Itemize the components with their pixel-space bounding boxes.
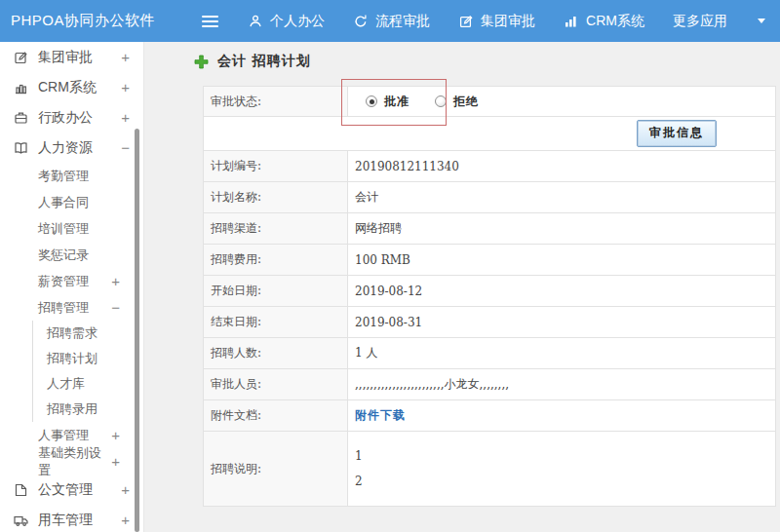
field-label: 附件文档: [204,400,348,432]
nav-item-process-approval[interactable]: 流程审批 [353,13,430,30]
menu-icon[interactable] [202,13,218,30]
sidebar-item-human-resources[interactable]: 人力资源 − [0,133,143,163]
sidebar-subsubitem-label: 招聘录用 [47,400,98,418]
description-line: 1 [355,443,775,469]
sidebar-subsubitem-label: 招聘需求 [47,324,98,342]
form-row-recruit-description: 招聘说明: 1 2 [204,432,776,507]
sidebar-subitem-rewards[interactable]: 奖惩记录 [0,242,143,268]
nav-menu: 个人办公 流程审批 集团审批 CRM系统 更多应用 [248,13,780,30]
sidebar-subitem-label: 奖惩记录 [38,247,89,264]
sidebar-subsubitem-recruit-demand[interactable]: 招聘需求 [33,321,143,346]
field-label: 审批人员: [204,369,348,400]
radio-reject-label: 拒绝 [453,94,479,110]
expand-plus-icon[interactable]: + [121,512,130,528]
sidebar-item-crm[interactable]: CRM系统 + [0,72,143,102]
truck-icon [13,513,29,528]
sidebar-subitem-label: 招聘管理 [38,299,89,317]
collapse-minus-icon[interactable]: − [121,139,130,156]
form-row-recruit-channel: 招聘渠道: 网络招聘 [204,213,776,245]
nav-item-personal-office[interactable]: 个人办公 [248,13,325,30]
sidebar-subitem-label: 培训管理 [38,220,89,238]
app-brand: PHPOA协同办公软件 [11,12,155,30]
sidebar-subsubitem-recruit-plan[interactable]: 招聘计划 [33,346,143,371]
document-icon [13,482,29,498]
form-row-end-date: 结束日期: 2019-08-31 [204,307,776,338]
sidebar-item-label: CRM系统 [38,79,97,96]
expand-plus-icon[interactable]: + [121,481,130,498]
radio-reject[interactable] [435,95,447,107]
field-label: 招聘渠道: [204,213,348,245]
sidebar-subsubitem-recruit-hire[interactable]: 招聘录用 [33,397,143,422]
nav-item-label: CRM系统 [586,13,644,30]
field-label: 开始日期: [204,276,348,307]
sidebar-subitem-label: 薪资管理 [38,273,89,290]
bar-chart-icon [564,14,579,29]
form-row-recruit-cost: 招聘费用: 100 RMB [204,245,776,276]
field-value: 网络招聘 [348,213,776,245]
plus-icon [194,55,209,69]
cycle-icon [353,14,369,29]
sidebar-item-official-docs[interactable]: 公文管理 + [0,475,143,505]
radio-approve[interactable] [366,95,377,107]
field-value: 1 人 [348,338,776,369]
page-title: 会计 招聘计划 [217,53,311,70]
attachment-download-link[interactable]: 附件下载 [355,408,406,422]
expand-plus-icon[interactable]: + [111,453,120,470]
sidebar-subitem-base-category[interactable]: 基础类别设置 + [0,448,143,475]
sidebar-subitem-recruit-mgmt[interactable]: 招聘管理 − [0,294,143,321]
form-row-plan-name: 计划名称: 会计 [204,182,776,213]
nav-item-label: 个人办公 [270,13,325,30]
field-label: 计划名称: [204,182,348,213]
nav-item-crm-system[interactable]: CRM系统 [564,13,644,30]
sidebar-subitem-label: 人事合同 [38,194,89,211]
caret-down-icon [758,19,765,23]
sidebar-item-label: 公文管理 [38,481,93,499]
sidebar-item-label: 用车管理 [38,512,93,529]
form-row-headcount: 招聘人数: 1 人 [204,338,776,369]
expand-plus-icon[interactable]: + [121,79,130,95]
form-row-start-date: 开始日期: 2019-08-12 [204,276,776,307]
field-value: 20190812111340 [348,151,776,182]
sidebar-subitem-hr-contract[interactable]: 人事合同 [0,189,143,215]
sidebar-subitem-salary[interactable]: 薪资管理 + [0,268,143,294]
field-label: 招聘说明: [204,432,348,507]
field-value: ,,,,,,,,,,,,,,,,,,,,,,,,小龙女,,,,,,,, [348,369,776,400]
sidebar-scrollbar[interactable] [135,129,139,532]
sidebar-subsubitem-talent-pool[interactable]: 人才库 [33,371,143,397]
form-row-approval-status: 审批状态: 批准 拒绝 [204,87,776,117]
main-content: 会计 招聘计划 审批状态: 批准 拒绝 审批信息 计划编号: 201908121… [145,42,780,532]
field-label: 招聘人数: [204,338,348,369]
expand-plus-icon[interactable]: + [111,427,120,443]
sidebar: 集团审批 + CRM系统 + 行政办公 + 人力资源 − 考勤管理 人事合同 培… [0,42,144,532]
sidebar-subitem-training[interactable]: 培训管理 [0,215,143,242]
form-row-approve-button: 审批信息 [204,117,776,151]
approve-info-button[interactable]: 审批信息 [637,120,717,147]
approval-radio-group: 批准 拒绝 [355,94,775,110]
sidebar-item-admin-office[interactable]: 行政办公 + [0,102,143,133]
expand-plus-icon[interactable]: + [121,49,130,65]
sidebar-item-group-approval[interactable]: 集团审批 + [0,42,143,72]
nav-item-more-apps[interactable]: 更多应用 [673,13,727,30]
nav-item-group-approval[interactable]: 集团审批 [458,13,535,30]
collapse-minus-icon[interactable]: − [111,299,120,316]
expand-plus-icon[interactable]: + [111,273,120,289]
edit-square-icon [13,50,29,65]
field-value: 100 RMB [348,245,776,276]
bar-chart-icon [13,80,29,95]
field-label: 结束日期: [204,307,348,338]
field-label: 招聘费用: [204,245,348,276]
nav-item-label: 流程审批 [375,13,430,30]
sidebar-item-label: 人力资源 [38,139,93,157]
field-label: 审批状态: [204,87,348,117]
more-apps-dropdown[interactable] [756,19,765,23]
description-line: 2 [355,469,775,494]
field-value: 会计 [348,182,776,213]
sidebar-subsubitem-label: 招聘计划 [47,350,98,367]
sidebar-subitem-label: 考勤管理 [38,168,89,185]
expand-plus-icon[interactable]: + [121,109,130,126]
briefcase-icon [13,110,29,126]
sidebar-item-vehicle-mgmt[interactable]: 用车管理 + [0,505,143,532]
sidebar-subitem-attendance[interactable]: 考勤管理 [0,163,143,189]
page-header: 会计 招聘计划 [194,53,311,70]
sidebar-subitem-label: 基础类别设置 [38,444,111,479]
